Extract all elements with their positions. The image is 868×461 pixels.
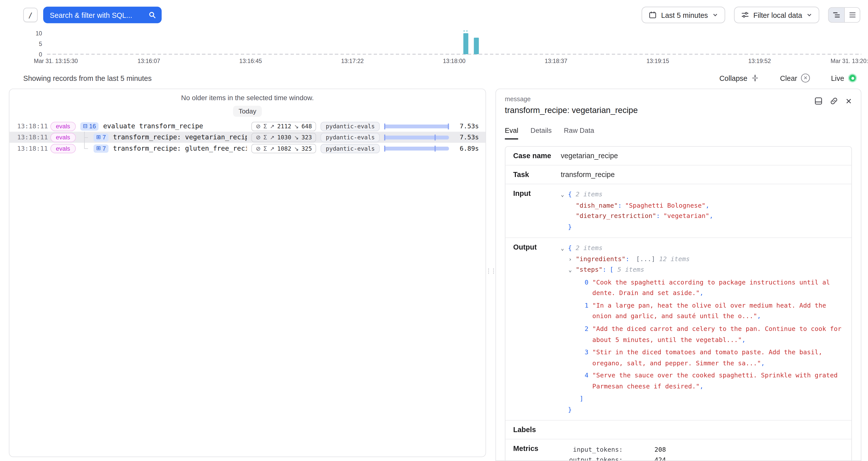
- empty-buckets-baseline: [47, 54, 861, 55]
- json-key: "dish_name": [576, 201, 618, 209]
- task-value: transform_recipe: [561, 171, 615, 179]
- y-tick-label: 0: [22, 51, 42, 58]
- tab-raw-data[interactable]: Raw Data: [564, 127, 594, 140]
- top-toolbar: / Search & filter with SQL... Last 5 min…: [23, 6, 861, 23]
- close-panel-button[interactable]: ✕: [845, 97, 852, 105]
- labels-label: Labels: [513, 426, 561, 434]
- step-text: "In a large pan, heat the olive oil over…: [592, 301, 844, 322]
- app-window: / Search & filter with SQL... Last 5 min…: [0, 0, 868, 461]
- detail-tabs: Eval Details Raw Data: [505, 127, 852, 140]
- histogram-bar[interactable]: [474, 38, 479, 54]
- time-range-dropdown[interactable]: Last 5 minutes: [642, 6, 725, 23]
- input-tokens-arrow-icon: ↗: [270, 123, 274, 129]
- tokens-chip: ⊘ Σ ↗1030 ↘323: [251, 132, 316, 142]
- tag-icon: ⊘: [256, 123, 261, 129]
- detail-panel: message transform_recipe: vegetarian_rec…: [496, 89, 862, 461]
- package-badge[interactable]: pydantic-evals: [321, 144, 380, 153]
- collapse-button[interactable]: Collapse: [716, 73, 762, 83]
- collapse-square-icon: ⊟: [83, 124, 87, 129]
- metric-key: output_tokens:: [561, 455, 623, 461]
- items-hint: 2 items: [576, 244, 602, 252]
- tokens-chip: ⊘ Σ ↗2112 ↘648: [251, 122, 316, 131]
- scope-badge[interactable]: evals: [51, 132, 76, 142]
- histogram-bar[interactable]: [463, 33, 468, 54]
- x-tick-label: 13:16:45: [239, 58, 262, 64]
- copy-link-button[interactable]: [830, 97, 838, 105]
- duration-bar: [384, 146, 449, 150]
- search-button[interactable]: Search & filter with SQL...: [43, 6, 162, 23]
- calendar-icon: [649, 11, 657, 19]
- close-icon: ✕: [845, 97, 852, 105]
- duration-text: 6.89s: [453, 144, 479, 152]
- span-label[interactable]: evaluate transform_recipe: [103, 122, 247, 130]
- clear-label: Clear: [780, 74, 797, 82]
- package-badge[interactable]: pydantic-evals: [321, 122, 380, 131]
- step-index: 3: [580, 347, 588, 369]
- collapse-toggle-icon[interactable]: ⌄: [569, 265, 576, 274]
- items-hint: 5 items: [617, 266, 644, 274]
- tree-connector: [80, 143, 89, 154]
- list-view-button[interactable]: [844, 8, 860, 22]
- metrics-table: input_tokens:208 output_tokens:424 reque…: [561, 445, 666, 461]
- expand-toggle[interactable]: ⊟16: [80, 122, 99, 130]
- tree-view-button[interactable]: [829, 8, 844, 22]
- collapse-icon: [751, 74, 759, 82]
- trace-row-gluten-free[interactable]: 13:18:11 evals ⊞7 transform_recipe: glut…: [9, 143, 486, 154]
- package-badge[interactable]: pydantic-evals: [321, 132, 380, 142]
- step-index: 2: [580, 324, 588, 345]
- span-label[interactable]: transform_recipe: vegetarian_recipe: [113, 133, 247, 141]
- input-tokens-count: 1082: [277, 145, 291, 151]
- time-range-label: Last 5 minutes: [661, 11, 708, 19]
- filter-label: Filter local data: [753, 11, 802, 19]
- output-tokens-arrow-icon: ↘: [294, 134, 299, 140]
- chevron-down-icon: [806, 12, 812, 18]
- live-label: Live: [831, 74, 844, 82]
- expand-toggle[interactable]: ⊞7: [93, 133, 109, 141]
- x-tick-label: 13:17:22: [341, 58, 364, 64]
- link-icon: [830, 97, 838, 105]
- output-label: Output: [513, 243, 561, 415]
- metric-key: input_tokens:: [561, 445, 623, 455]
- search-button-label: Search & filter with SQL...: [50, 11, 132, 19]
- histogram-plot[interactable]: [47, 33, 861, 54]
- tab-eval[interactable]: Eval: [505, 127, 518, 140]
- collapse-toggle-icon[interactable]: ⌄: [561, 190, 568, 199]
- metrics-row: Metrics input_tokens:208 output_tokens:4…: [505, 440, 851, 461]
- filter-local-data-dropdown[interactable]: Filter local data: [734, 6, 819, 23]
- span-label[interactable]: transform_recipe: gluten_free_recipe: [113, 144, 247, 152]
- status-bar: Showing records from the last 5 minutes …: [23, 72, 861, 84]
- dock-panel-button[interactable]: [814, 97, 823, 105]
- sigma-icon: Σ: [264, 123, 267, 129]
- input-json-viewer: ⌄{2 items "dish_name":"Spaghetti Bologne…: [561, 189, 844, 233]
- trace-row-evaluate[interactable]: 13:18:11 evals ⊟16 evaluate transform_re…: [9, 121, 486, 131]
- child-count: 7: [102, 145, 106, 152]
- panel-resize-handle[interactable]: ⋮⋮: [487, 265, 494, 277]
- day-pill[interactable]: Today: [233, 106, 262, 117]
- scope-badge[interactable]: evals: [51, 122, 76, 131]
- output-tokens-arrow-icon: ↘: [294, 123, 299, 129]
- showing-records-text: Showing records from the last 5 minutes: [23, 74, 152, 82]
- collapse-toggle-icon[interactable]: ⌄: [561, 244, 568, 253]
- scope-badge[interactable]: evals: [51, 144, 76, 153]
- eval-fields: Case name vegetarian_recipe Task transfo…: [505, 146, 852, 461]
- chevron-down-icon: [712, 12, 718, 18]
- metrics-label: Metrics: [513, 445, 561, 461]
- no-older-items-notice: No older items in the selected time wind…: [9, 94, 486, 102]
- slash-shortcut-key[interactable]: /: [23, 8, 38, 22]
- input-tokens-count: 2112: [277, 123, 291, 129]
- expand-square-icon: ⊞: [96, 134, 101, 140]
- tokens-chip: ⊘ Σ ↗1082 ↘325: [251, 144, 316, 153]
- collapsed-array[interactable]: [...]: [636, 255, 655, 263]
- x-tick-label: 13:18:00: [443, 58, 465, 64]
- expand-toggle-icon[interactable]: ›: [569, 254, 576, 264]
- records-histogram[interactable]: 10 5 0 Mar 31. 13:15:30 13:16:07 13:16:4…: [0, 30, 868, 63]
- json-string-value: "vegetarian": [663, 212, 709, 220]
- case-name-label: Case name: [513, 152, 561, 160]
- tab-details[interactable]: Details: [530, 127, 552, 140]
- trace-row-vegetarian[interactable]: 13:18:11 evals ⊞7 transform_recipe: vege…: [9, 132, 486, 143]
- expand-toggle[interactable]: ⊞7: [93, 144, 109, 152]
- y-tick-label: 10: [22, 30, 42, 36]
- tree-view-icon: [833, 11, 840, 19]
- clear-button[interactable]: Clear ✕: [777, 73, 813, 83]
- live-toggle-button[interactable]: Live: [828, 73, 860, 83]
